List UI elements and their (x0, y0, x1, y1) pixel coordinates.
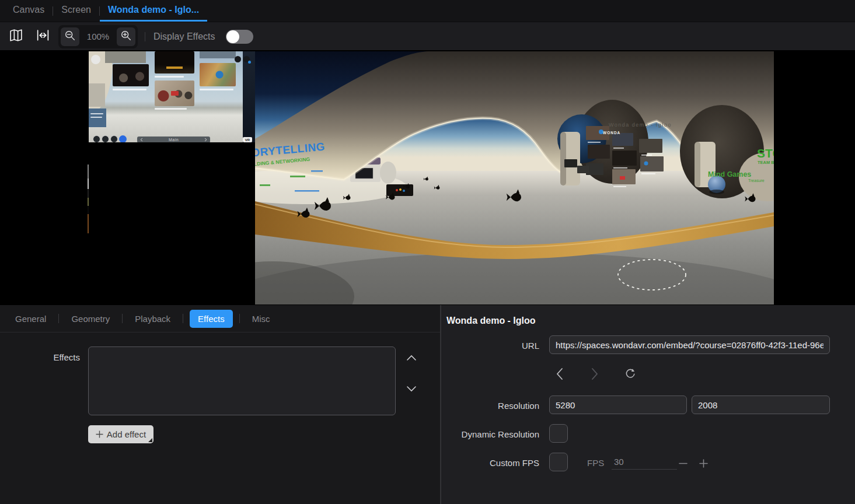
toolbar: 100% Display Effects (0, 22, 855, 51)
browser-refresh-button[interactable] (624, 365, 637, 383)
thumb-vr-badge: VR (243, 137, 252, 142)
thumb-toolbar-icon (119, 135, 127, 142)
tab-separator (239, 314, 240, 323)
tile-caption (90, 117, 102, 118)
treasure-text: Treasure (748, 178, 765, 183)
url-label: URL (441, 341, 539, 351)
resolution-width-input[interactable] (549, 396, 687, 414)
thumb-nav-bar: Main (137, 136, 210, 142)
move-effect-down-button[interactable] (406, 384, 417, 391)
resolution-height-input[interactable] (692, 396, 830, 414)
thumb-edge-shadow (243, 51, 255, 142)
tab-separator (58, 314, 59, 323)
dropdown-corner-icon (148, 438, 152, 442)
resolution-label: Resolution (441, 401, 539, 411)
dynamic-resolution-label: Dynamic Resolution (441, 429, 539, 439)
sto-text: STO (757, 146, 774, 160)
zoom-out-button[interactable] (61, 27, 79, 46)
effects-list[interactable] (88, 346, 396, 415)
thumb-toolbar-icon (93, 135, 100, 142)
video-tile (155, 51, 194, 74)
fit-width-button[interactable] (34, 28, 51, 46)
move-effect-up-button[interactable] (406, 353, 417, 360)
panorama-view[interactable]: ORYTELLING ILDING & NETWORKING Wonda dem… (255, 51, 774, 304)
tile-caption (200, 89, 233, 90)
fit-width-icon (36, 28, 50, 45)
thumb-toolbar-icon (110, 135, 118, 142)
tile-detail (166, 66, 183, 69)
url-input[interactable] (549, 335, 830, 354)
display-effects-toggle[interactable] (226, 30, 253, 44)
map-view-button[interactable] (7, 28, 25, 46)
dynamic-resolution-checkbox[interactable] (549, 424, 568, 443)
add-effect-button[interactable]: Add effect (88, 425, 153, 443)
canvas-viewport[interactable]: Main VR (0, 50, 855, 305)
video-tile (89, 83, 105, 107)
back-icon (556, 368, 563, 380)
top-tab-bar: Canvas Screen Wonda demo - Iglo... (0, 0, 855, 22)
thumb-nav-label: Main (169, 138, 179, 142)
zoom-out-icon (64, 30, 76, 44)
fps-increment-button[interactable] (698, 458, 709, 468)
video-tile (89, 108, 106, 127)
video-tile (105, 51, 146, 63)
zoom-level: 100% (79, 32, 117, 41)
browser-back-button[interactable] (553, 365, 566, 383)
display-effects-label: Display Effects (153, 32, 215, 42)
tab-separator (183, 314, 183, 323)
tile-caption (113, 89, 146, 90)
chevron-up-icon (406, 354, 417, 361)
effects-list-label: Effects (0, 352, 80, 362)
camera-icon (235, 56, 241, 62)
video-tile (113, 64, 149, 86)
wonda-logo-text: WONDA (603, 131, 620, 135)
tab-screen[interactable]: Screen (53, 0, 99, 22)
tile-caption (155, 108, 187, 110)
tab-geometry[interactable]: Geometry (65, 314, 116, 324)
zoom-control: 100% (58, 25, 138, 48)
video-tile (200, 51, 236, 58)
map-icon (9, 28, 23, 45)
tab-wonda-demo[interactable]: Wonda demo - Iglo... (100, 0, 207, 22)
tile-caption (155, 76, 184, 78)
refresh-icon (624, 367, 637, 381)
team-bu-text: TEAM BU (758, 160, 774, 165)
screen-thumbnail[interactable]: Main VR (89, 51, 255, 142)
tile-caption (90, 113, 103, 114)
custom-fps-label: Custom FPS (441, 458, 539, 468)
inspector-tab-bar: General Geometry Playback Effects Misc (0, 305, 440, 332)
forward-icon (591, 368, 599, 380)
minus-icon (679, 459, 688, 468)
mind-games-text: Mind Games (708, 170, 751, 178)
source-properties-panel: Wonda demo - Igloo URL Resolution Dynami… (441, 305, 855, 504)
toggle-knob (226, 30, 239, 43)
chevron-down-icon (406, 386, 417, 393)
plus-icon (699, 459, 708, 468)
tab-playback[interactable]: Playback (129, 314, 176, 324)
app-window: Canvas Screen Wonda demo - Iglo... (0, 0, 855, 504)
custom-fps-checkbox[interactable] (549, 453, 568, 471)
zoom-in-button[interactable] (117, 27, 135, 46)
chevron-left-icon (140, 138, 143, 142)
space-title-text: Wonda demo - Igloo (609, 122, 672, 128)
pano-edge-strip (88, 164, 89, 233)
fps-input[interactable] (612, 454, 677, 470)
plus-icon (96, 430, 103, 438)
tab-general[interactable]: General (9, 314, 52, 324)
tab-misc[interactable]: Misc (246, 314, 276, 324)
thumb-logo-icon (91, 55, 100, 64)
tab-separator (122, 314, 123, 323)
browser-forward-button[interactable] (588, 365, 601, 383)
screen-inspector-panel: General Geometry Playback Effects Misc E… (0, 305, 440, 504)
tile-detail (171, 91, 179, 96)
chevron-right-icon (204, 138, 207, 142)
toolbar-separator (145, 32, 145, 41)
video-tile (200, 63, 236, 86)
tab-canvas[interactable]: Canvas (5, 0, 53, 22)
notification-dot (248, 61, 251, 64)
fps-decrement-button[interactable] (678, 458, 688, 468)
thumb-toolbar-icon (102, 135, 109, 142)
zoom-in-icon (120, 30, 132, 44)
fps-label: FPS (587, 458, 604, 468)
tab-effects[interactable]: Effects (190, 310, 233, 328)
